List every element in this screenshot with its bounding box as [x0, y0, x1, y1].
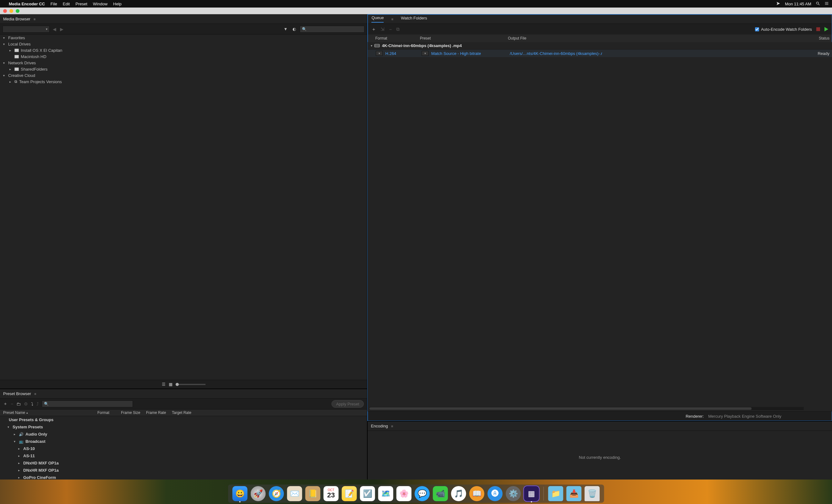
dock-ibooks-icon[interactable]: 📖	[469, 486, 485, 501]
dock-contacts-icon[interactable]: 📒	[305, 486, 320, 501]
dock-itunes-icon[interactable]: 🎵	[451, 486, 466, 501]
media-browser-search[interactable]: 🔍	[300, 26, 364, 33]
dock-mail-icon[interactable]: ✉️	[287, 486, 302, 501]
preset-as11[interactable]: ▸ AS-11	[0, 452, 367, 459]
queue-panel-menu-icon[interactable]: ≡	[391, 17, 393, 21]
media-browser-path-dropdown[interactable]: ▾	[2, 26, 50, 33]
dock-reminders-icon[interactable]: ☑️	[360, 486, 375, 501]
col-output[interactable]: Output File	[508, 36, 600, 40]
tree-creative-cloud[interactable]: ▾ Creative Cloud	[0, 72, 367, 79]
window-zoom-button[interactable]	[16, 9, 20, 13]
queue-hscroll[interactable]	[369, 407, 804, 410]
renderer-dropdown[interactable]: Mercury Playback Engine Software Only	[708, 414, 828, 419]
duplicate-icon[interactable]: ⧉	[396, 26, 400, 32]
filter-icon[interactable]: ▼	[283, 27, 289, 31]
dock-trash-icon[interactable]: 🗑️	[585, 486, 600, 501]
col-format[interactable]: Format	[375, 36, 420, 40]
encoding-panel-menu-icon[interactable]: ≡	[391, 424, 393, 428]
preset-search-input[interactable]	[50, 402, 131, 406]
export-preset-icon[interactable]: ⤴	[36, 401, 38, 407]
col-format[interactable]: Format	[97, 411, 121, 415]
queue-output-preset[interactable]: Match Source - High bitrate	[431, 51, 481, 56]
menu-edit[interactable]: Edit	[63, 2, 70, 6]
preset-broadcast[interactable]: ▾ 📺 Broadcast	[0, 438, 367, 445]
auto-encode-input[interactable]	[755, 27, 759, 31]
preset-browser-panel-menu-icon[interactable]: ≡	[34, 392, 36, 396]
menu-preset[interactable]: Preset	[75, 2, 87, 6]
menu-help[interactable]: Help	[113, 2, 122, 6]
add-preset-icon[interactable]: ＋	[3, 401, 7, 407]
ingest-icon[interactable]: ◐	[291, 27, 297, 31]
tree-install-osx[interactable]: ▸ Install OS X El Capitan	[0, 47, 367, 53]
stop-queue-button[interactable]	[816, 27, 820, 31]
preset-audio-only[interactable]: ▸ 🔊 Audio Only	[0, 430, 367, 438]
dock-downloads-folder-icon[interactable]: 📥	[567, 486, 581, 501]
dock-notes-icon[interactable]: 📝	[342, 486, 357, 501]
menu-file[interactable]: File	[51, 2, 57, 6]
dock-finder-icon[interactable]: 😀	[233, 486, 248, 501]
tree-team-projects[interactable]: ▸ ⧉ Team Projects Versions	[0, 79, 367, 85]
thumbnail-size-slider[interactable]	[176, 384, 206, 385]
nav-forward-icon[interactable]: ▶	[59, 27, 64, 32]
col-target-rate[interactable]: Target Rate	[172, 411, 367, 415]
dock-sysprefs-icon[interactable]: ⚙️	[506, 486, 521, 501]
new-group-icon[interactable]: 🗀	[16, 401, 21, 407]
start-queue-button[interactable]	[825, 27, 828, 31]
preset-system-group[interactable]: ▾ System Presets	[0, 423, 367, 430]
media-browser-panel-menu-icon[interactable]: ≡	[34, 17, 35, 21]
tree-network-drives[interactable]: ▾ Network Drives	[0, 60, 367, 66]
queue-output-format[interactable]: H.264	[385, 51, 422, 56]
dock-launchpad-icon[interactable]: 🚀	[251, 486, 266, 501]
spotlight-icon[interactable]	[816, 1, 820, 7]
dock-applications-folder-icon[interactable]: 📁	[548, 486, 563, 501]
dock-facetime-icon[interactable]: 📹	[433, 486, 448, 501]
preset-dnxhd[interactable]: ▸ DNxHD MXF OP1a	[0, 459, 367, 467]
add-output-icon[interactable]: ⇲	[381, 26, 385, 32]
preset-dropdown[interactable]: ▾	[422, 51, 428, 56]
tree-favorites[interactable]: ▾ Favorites	[0, 34, 367, 41]
import-preset-icon[interactable]: ⤵	[31, 401, 33, 407]
control-center-icon[interactable]	[825, 1, 829, 7]
preset-dnxhr[interactable]: ▸ DNxHR MXF OP1a	[0, 467, 367, 474]
col-status[interactable]: Status	[600, 36, 832, 40]
window-minimize-button[interactable]	[9, 9, 13, 13]
preset-user-group[interactable]: User Presets & Groups	[0, 416, 367, 423]
col-preset[interactable]: Preset	[420, 36, 508, 40]
apply-preset-button[interactable]: Apply Preset	[332, 400, 364, 408]
dock-calendar-icon[interactable]: OCT 23	[323, 486, 339, 501]
media-browser-search-input[interactable]	[308, 27, 362, 31]
remove-preset-icon[interactable]: −	[11, 401, 13, 407]
tab-queue[interactable]: Queue	[371, 16, 384, 23]
thumbnail-view-icon[interactable]: ▦	[169, 382, 173, 387]
queue-source-row[interactable]: ▾ 4K-Chimei-inn-60mbps (4ksamples) .mp4	[368, 42, 832, 50]
format-dropdown[interactable]: ▾	[376, 51, 383, 56]
col-frame-size[interactable]: Frame Size	[121, 411, 146, 415]
dock-appstore-icon[interactable]: 🅐	[488, 486, 503, 501]
tree-local-drives[interactable]: ▾ Local Drives	[0, 41, 367, 47]
nav-back-icon[interactable]: ◀	[52, 27, 57, 32]
queue-output-row[interactable]: ▾ H.264 ▾ Match Source - High bitrate /U…	[368, 50, 832, 57]
col-preset-name[interactable]: Preset Name	[3, 411, 25, 415]
preset-settings-icon[interactable]: ⚙	[24, 401, 28, 407]
col-frame-rate[interactable]: Frame Rate	[146, 411, 172, 415]
remove-icon[interactable]: −	[389, 27, 392, 32]
window-close-button[interactable]	[3, 9, 7, 13]
scrollbar-thumb[interactable]	[369, 407, 752, 410]
tree-shared-folders[interactable]: ▸ SharedFolders	[0, 66, 367, 72]
dock-maps-icon[interactable]: 🗺️	[378, 486, 393, 501]
dock-media-encoder-icon[interactable]: ▦	[524, 486, 539, 501]
dock-safari-icon[interactable]: 🧭	[269, 486, 284, 501]
list-view-icon[interactable]: ☰	[162, 382, 165, 387]
menu-window[interactable]: Window	[93, 2, 107, 6]
app-name[interactable]: Media Encoder CC	[9, 2, 45, 6]
dock-messages-icon[interactable]: 💬	[415, 486, 430, 501]
preset-search[interactable]: 🔍	[42, 400, 133, 407]
tab-watch-folders[interactable]: Watch Folders	[401, 16, 427, 22]
add-source-icon[interactable]: ＋	[371, 26, 376, 32]
tree-mac-hd[interactable]: Macintosh HD	[0, 53, 367, 60]
dock-photos-icon[interactable]: 🌸	[396, 486, 412, 501]
auto-encode-checkbox[interactable]: Auto-Encode Watch Folders	[755, 27, 812, 32]
preset-as10[interactable]: ▸ AS-10	[0, 445, 367, 452]
menubar-clock[interactable]: Mon 11:45 AM	[785, 2, 811, 6]
queue-output-file[interactable]: /Users/…nts/4K-Chimei-inn-60mbps (4ksamp…	[510, 51, 602, 56]
